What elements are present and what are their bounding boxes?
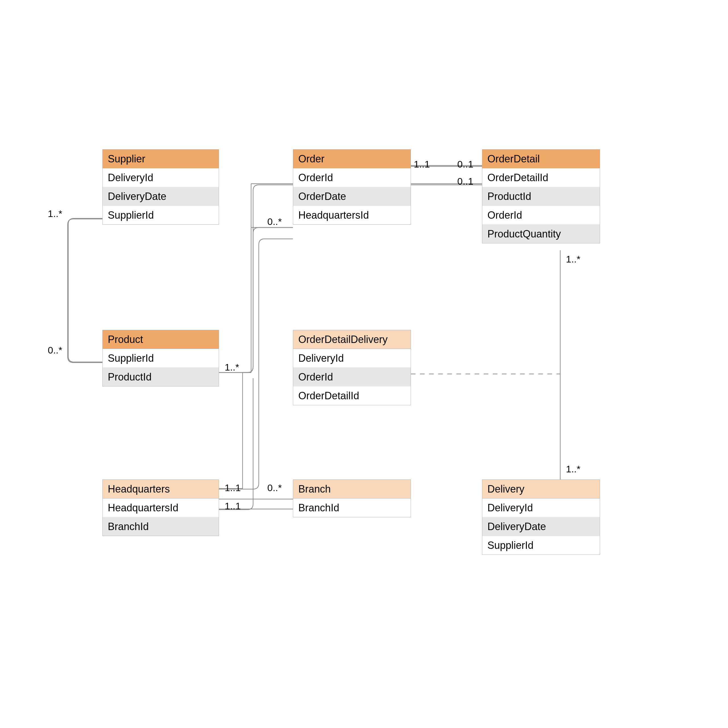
attr: ProductId (482, 187, 600, 206)
attr: DeliveryId (102, 168, 219, 187)
entity-delivery: Delivery DeliveryId DeliveryDate Supplie… (482, 479, 600, 555)
attr: ProductId (102, 368, 219, 386)
attr: OrderId (482, 206, 600, 225)
entity-order-title: Order (293, 150, 411, 168)
entity-branch: Branch BranchId (293, 479, 411, 517)
attr: DeliveryId (482, 499, 600, 517)
entity-orderdetaildelivery-title: OrderDetailDelivery (293, 330, 411, 349)
attr: OrderDetailId (293, 387, 411, 405)
attr: DeliveryId (293, 349, 411, 368)
mult-orderdetail-left2: 0..1 (457, 176, 474, 187)
entity-supplier: Supplier DeliveryId DeliveryDate Supplie… (102, 149, 219, 225)
attr: HeadquartersId (293, 206, 411, 224)
entity-orderdetaildelivery: OrderDetailDelivery DeliveryId OrderId O… (293, 330, 411, 405)
attr: BranchId (293, 499, 411, 517)
attr: SupplierId (482, 536, 600, 555)
mult-order-right: 1..1 (414, 159, 430, 170)
entity-orderdetail: OrderDetail OrderDetailId ProductId Orde… (482, 149, 600, 243)
mult-hq-right-lower: 1..1 (225, 500, 241, 512)
attr: OrderDetailId (482, 168, 600, 187)
er-diagram-canvas: Supplier DeliveryId DeliveryDate Supplie… (0, 0, 728, 728)
entity-product: Product SupplierId ProductId (102, 330, 219, 387)
mult-product-right: 1..* (225, 362, 239, 373)
attr: SupplierId (102, 349, 219, 368)
entity-headquarters: Headquarters HeadquartersId BranchId (102, 479, 219, 536)
mult-branch-left-upper: 0..* (267, 482, 282, 493)
attr: ProductQuantity (482, 225, 600, 243)
entity-order: Order OrderId OrderDate HeadquartersId (293, 149, 411, 225)
mult-supplier-side: 1..* (48, 208, 62, 219)
entity-product-title: Product (102, 330, 219, 349)
mult-delivery-top: 1..* (566, 463, 580, 475)
attr: SupplierId (102, 206, 219, 224)
mult-product-side: 0..* (48, 345, 62, 356)
entity-headquarters-title: Headquarters (102, 480, 219, 499)
mult-orderdetail-bot: 1..* (566, 254, 580, 265)
entity-supplier-title: Supplier (102, 150, 219, 168)
mult-order-left: 0..* (267, 216, 282, 227)
entity-orderdetail-title: OrderDetail (482, 150, 600, 168)
entity-branch-title: Branch (293, 480, 411, 499)
mult-orderdetail-left1: 0..1 (457, 159, 474, 170)
entity-delivery-title: Delivery (482, 480, 600, 499)
attr: DeliveryDate (482, 517, 600, 536)
mult-hq-right-upper: 1..1 (225, 482, 241, 493)
attr: DeliveryDate (102, 187, 219, 206)
attr: OrderDate (293, 187, 411, 206)
attr: HeadquartersId (102, 499, 219, 517)
attr: OrderId (293, 168, 411, 187)
attr: OrderId (293, 368, 411, 387)
attr: BranchId (102, 517, 219, 536)
